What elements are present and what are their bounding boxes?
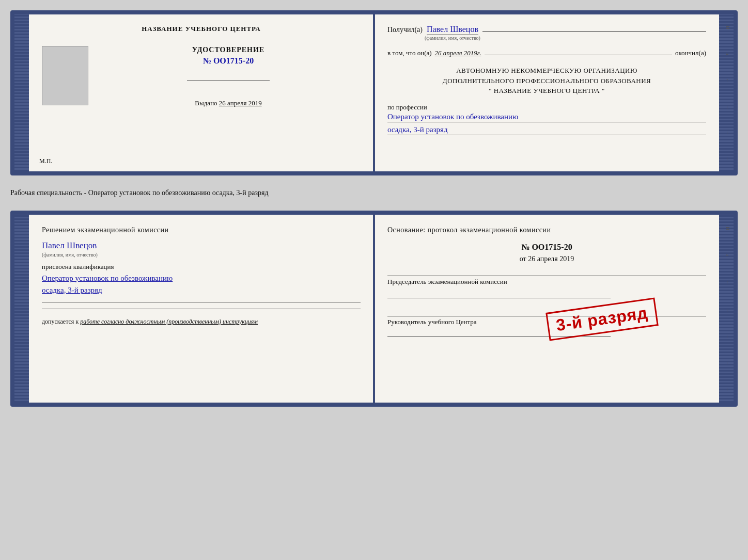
org-block: АВТОНОМНУЮ НЕКОММЕРЧЕСКУЮ ОРГАНИЗАЦИЮ ДО… [387, 66, 706, 96]
chairman-text: Председатель экзаменационной комиссии [387, 278, 507, 285]
allowed-label: допускается к [42, 318, 79, 325]
person-name-bottom: Павел Швецов [42, 241, 98, 251]
spine-left-bottom [14, 215, 29, 403]
allowed-line: допускается к работе согласно должностны… [42, 317, 258, 326]
received-label: Получил(а) [387, 26, 423, 34]
vtom-line: в том, что он(а) 26 апреля 2019г. окончи… [387, 49, 706, 57]
vtom-date: 26 апреля 2019г. [435, 49, 481, 57]
top-right-page: Получил(а) Павел Швецов (фамилия, имя, о… [375, 14, 719, 171]
org-line3: " НАЗВАНИЕ УЧЕБНОГО ЦЕНТРА " [387, 86, 706, 96]
okonchil-label: окончил(а) [675, 49, 706, 57]
top-left-page: НАЗВАНИЕ УЧЕБНОГО ЦЕНТРА УДОСТОВЕРЕНИЕ №… [29, 14, 375, 171]
bottom-left-page: Решением экзаменационной комиссии Павел … [29, 215, 375, 403]
protocol-number: № OO1715-20 [387, 243, 706, 252]
separator-text: Рабочая специальность - Оператор установ… [10, 185, 738, 201]
assigned-label: присвоена квалификация [42, 263, 114, 271]
issued-label: Выдано [195, 99, 217, 107]
received-name-wrapper: Павел Швецов (фамилия, имя, отчество) [425, 25, 480, 41]
spine-left [14, 14, 29, 171]
cert-info-col: УДОСТОВЕРЕНИЕ № OO1715-20 Выдано 26 апре… [96, 46, 361, 107]
commission-title: Решением экзаменационной комиссии [42, 225, 169, 235]
issued-line: Выдано 26 апреля 2019 [195, 99, 261, 107]
bottom-right-page: Основание: протокол экзаменационной коми… [375, 215, 719, 403]
received-name: Павел Швецов [427, 25, 478, 35]
dash-line-2 [485, 55, 672, 55]
protocol-date: 26 апреля 2019 [528, 255, 574, 263]
page-wrapper: НАЗВАНИЕ УЧЕБНОГО ЦЕНТРА УДОСТОВЕРЕНИЕ №… [10, 10, 738, 407]
profession-value: Оператор установок по обезвоживанию [387, 113, 706, 122]
person-name-block: Павел Швецов (фамилия, имя, отчество) [42, 241, 98, 263]
received-line: Получил(а) Павел Швецов (фамилия, имя, о… [387, 25, 706, 41]
top-document: НАЗВАНИЕ УЧЕБНОГО ЦЕНТРА УДОСТОВЕРЕНИЕ №… [10, 10, 738, 175]
director-text: Руководитель учебного Центра [387, 318, 477, 326]
mp-label: М.П. [39, 157, 52, 165]
top-side-marks: И а ← – – – [723, 14, 731, 171]
org-line2: ДОПОЛНИТЕЛЬНОГО ПРОФЕССИОНАЛЬНОГО ОБРАЗО… [387, 76, 706, 86]
photo-placeholder [42, 46, 88, 105]
issued-date: 26 апреля 2019 [219, 99, 262, 107]
profession-label: по профессии [387, 103, 706, 111]
allowed-value: работе согласно должностным (производств… [80, 318, 258, 325]
chairman-label: Председатель экзаменационной комиссии [387, 276, 706, 286]
basis-title: Основание: протокол экзаменационной коми… [387, 225, 706, 235]
photo-row: УДОСТОВЕРЕНИЕ № OO1715-20 Выдано 26 апре… [42, 46, 361, 113]
qualification-2: осадка, 3-й разряд [42, 285, 102, 296]
name-sub-bottom: (фамилия, имя, отчество) [42, 252, 98, 258]
bottom-document: Решением экзаменационной комиссии Павел … [10, 211, 738, 407]
dash-line-1 [482, 31, 706, 32]
qualification-1: Оператор установок по обезвоживанию [42, 273, 173, 284]
cert-number: № OO1715-20 [203, 56, 254, 66]
vtom-label: в том, что он(а) [387, 49, 432, 57]
stamp: 3-й разряд [546, 297, 658, 341]
cert-title: УДОСТОВЕРЕНИЕ [192, 46, 264, 54]
name-subtitle-top: (фамилия, имя, отчество) [425, 35, 480, 41]
protocol-date-line: от 26 апреля 2019 [387, 255, 706, 263]
rank-value: осадка, 3-й разряд [387, 125, 706, 135]
bottom-side-marks: И а ← – – – – [723, 215, 731, 403]
protocol-date-prefix: от [520, 255, 526, 263]
top-left-header: НАЗВАНИЕ УЧЕБНОГО ЦЕНТРА [142, 25, 261, 33]
org-line1: АВТОНОМНУЮ НЕКОММЕРЧЕСКУЮ ОРГАНИЗАЦИЮ [387, 66, 706, 76]
